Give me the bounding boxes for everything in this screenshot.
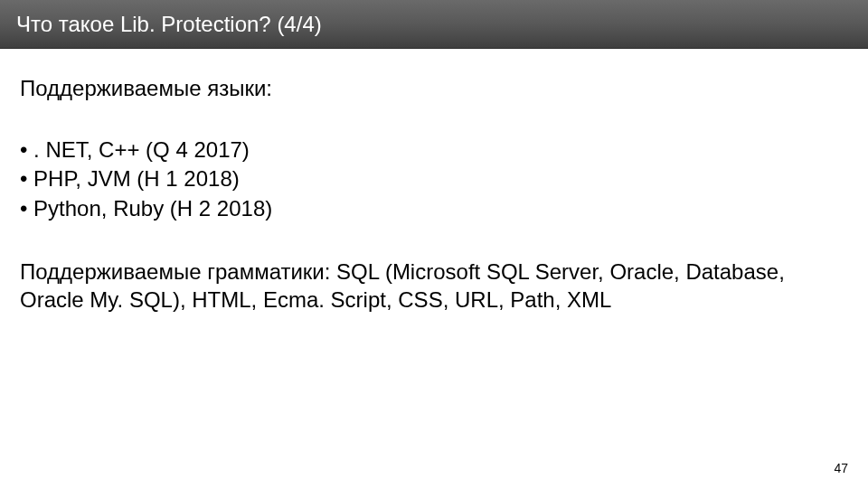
page-number: 47 <box>834 461 848 475</box>
bullet-text: Python, Ruby (H 2 2018) <box>33 196 272 221</box>
bullet-text: PHP, JVM (H 1 2018) <box>33 166 240 191</box>
slide-title-bar: Что такое Lib. Protection? (4/4) <box>0 0 868 49</box>
paragraph-text: Поддерживаемые грамматики: SQL (Microsof… <box>20 258 848 314</box>
section-heading: Поддерживаемые языки: <box>20 76 848 101</box>
bullet-list: • . NET, C++ (Q 4 2017) • PHP, JVM (H 1 … <box>20 136 848 223</box>
bullet-item: • PHP, JVM (H 1 2018) <box>20 164 848 193</box>
bullet-item: • . NET, C++ (Q 4 2017) <box>20 136 848 164</box>
bullet-text: . NET, C++ (Q 4 2017) <box>33 137 250 162</box>
slide-title: Что такое Lib. Protection? (4/4) <box>16 12 322 37</box>
bullet-item: • Python, Ruby (H 2 2018) <box>20 194 848 223</box>
slide-content: Поддерживаемые языки: • . NET, C++ (Q 4 … <box>0 49 868 314</box>
